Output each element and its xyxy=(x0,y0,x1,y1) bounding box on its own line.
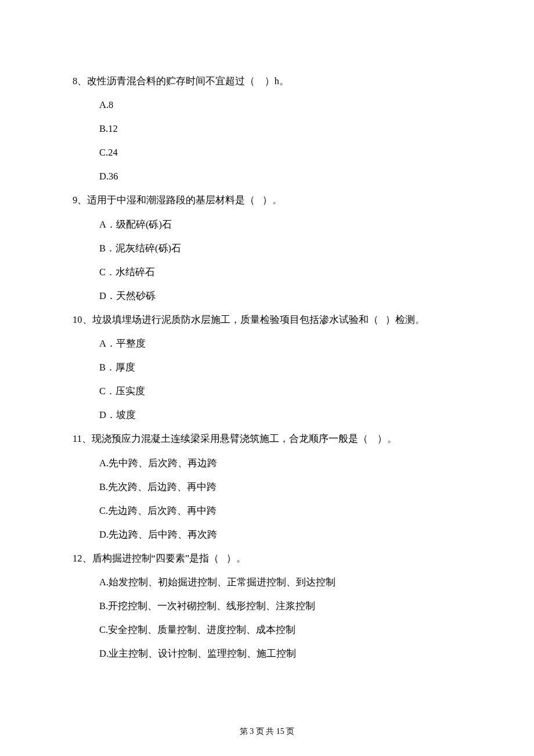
question-11-option-a: A.先中跨、后次跨、再边跨 xyxy=(99,456,464,470)
question-8-stem-after: ）h。 xyxy=(265,75,289,87)
question-9-option-a: A．级配碎(砾)石 xyxy=(99,218,464,231)
question-8: 8、改性沥青混合料的贮存时间不宜超过（ ）h。 A.8 B.12 C.24 D.… xyxy=(73,74,464,183)
question-12-option-a: A.始发控制、初始掘进控制、正常掘进控制、到达控制 xyxy=(99,575,464,589)
question-11-stem-before: 现浇预应力混凝土连续梁采用悬臂浇筑施工，合龙顺序一般是（ xyxy=(92,433,368,444)
question-10-option-d: D．坡度 xyxy=(99,408,464,422)
question-12: 12、盾构掘进控制“四要素”是指（ ）。 A.始发控制、初始掘进控制、正常掘进控… xyxy=(73,552,464,660)
question-11: 11、现浇预应力混凝土连续梁采用悬臂浇筑施工，合龙顺序一般是（ ）。 A.先中跨… xyxy=(73,432,464,541)
question-8-stem: 8、改性沥青混合料的贮存时间不宜超过（ ）h。 xyxy=(73,74,464,88)
question-9-number: 9、 xyxy=(73,195,87,206)
question-8-option-d: D.36 xyxy=(99,170,464,183)
question-10-option-c: C．压实度 xyxy=(99,384,464,398)
question-12-option-d: D.业主控制、设计控制、监理控制、施工控制 xyxy=(99,647,464,660)
question-12-stem-after: ）。 xyxy=(226,553,246,564)
question-10-number: 10、 xyxy=(73,314,92,325)
question-10-stem-before: 垃圾填埋场进行泥质防水层施工，质量检验项目包括渗水试验和（ xyxy=(92,314,378,325)
question-9-options: A．级配碎(砾)石 B．泥灰结碎(砾)石 C．水结碎石 D．天然砂砾 xyxy=(73,218,464,303)
question-11-stem-after: ）。 xyxy=(377,433,397,444)
question-11-option-b: B.先次跨、后边跨、再中跨 xyxy=(99,480,464,494)
question-10-stem: 10、垃圾填埋场进行泥质防水层施工，质量检验项目包括渗水试验和（ ）检测。 xyxy=(73,313,464,326)
question-11-number: 11、 xyxy=(73,433,92,444)
question-11-option-c: C.先边跨、后次跨、再中跨 xyxy=(99,504,464,517)
question-10-options: A．平整度 B．厚度 C．压实度 D．坡度 xyxy=(73,337,464,422)
question-11-options: A.先中跨、后次跨、再边跨 B.先次跨、后边跨、再中跨 C.先边跨、后次跨、再中… xyxy=(73,456,464,541)
question-9-stem: 9、适用于中湿和潮湿路段的基层材料是（ ）。 xyxy=(73,193,464,207)
question-9: 9、适用于中湿和潮湿路段的基层材料是（ ）。 A．级配碎(砾)石 B．泥灰结碎(… xyxy=(73,193,464,302)
question-9-stem-after: ）。 xyxy=(262,195,282,206)
question-8-options: A.8 B.12 C.24 D.36 xyxy=(73,98,464,183)
question-10-option-b: B．厚度 xyxy=(99,361,464,374)
question-9-option-c: C．水结碎石 xyxy=(99,265,464,279)
document-page: 8、改性沥青混合料的贮存时间不宜超过（ ）h。 A.8 B.12 C.24 D.… xyxy=(0,0,534,756)
question-10-stem-after: ）检测。 xyxy=(385,314,425,325)
question-10-option-a: A．平整度 xyxy=(99,337,464,350)
question-12-option-b: B.开挖控制、一次衬砌控制、线形控制、注浆控制 xyxy=(99,599,464,613)
question-9-option-d: D．天然砂砾 xyxy=(99,289,464,303)
question-12-stem: 12、盾构掘进控制“四要素”是指（ ）。 xyxy=(73,552,464,565)
question-12-option-c: C.安全控制、质量控制、进度控制、成本控制 xyxy=(99,623,464,636)
question-10: 10、垃圾填埋场进行泥质防水层施工，质量检验项目包括渗水试验和（ ）检测。 A．… xyxy=(73,313,464,422)
page-footer: 第 3 页 共 15 页 xyxy=(0,726,534,737)
question-8-option-c: C.24 xyxy=(99,146,464,159)
question-12-number: 12、 xyxy=(73,553,92,564)
question-11-stem: 11、现浇预应力混凝土连续梁采用悬臂浇筑施工，合龙顺序一般是（ ）。 xyxy=(73,432,464,445)
question-11-option-d: D.先边跨、后中跨、再次跨 xyxy=(99,528,464,541)
question-12-options: A.始发控制、初始掘进控制、正常掘进控制、到达控制 B.开挖控制、一次衬砌控制、… xyxy=(73,575,464,660)
question-12-stem-before: 盾构掘进控制“四要素”是指（ xyxy=(92,553,219,564)
question-8-option-a: A.8 xyxy=(99,98,464,111)
question-8-option-b: B.12 xyxy=(99,122,464,135)
question-9-stem-before: 适用于中湿和潮湿路段的基层材料是（ xyxy=(87,195,255,206)
question-8-number: 8、 xyxy=(73,75,87,87)
question-8-stem-before: 改性沥青混合料的贮存时间不宜超过（ xyxy=(87,75,255,87)
question-9-option-b: B．泥灰结碎(砾)石 xyxy=(99,242,464,255)
